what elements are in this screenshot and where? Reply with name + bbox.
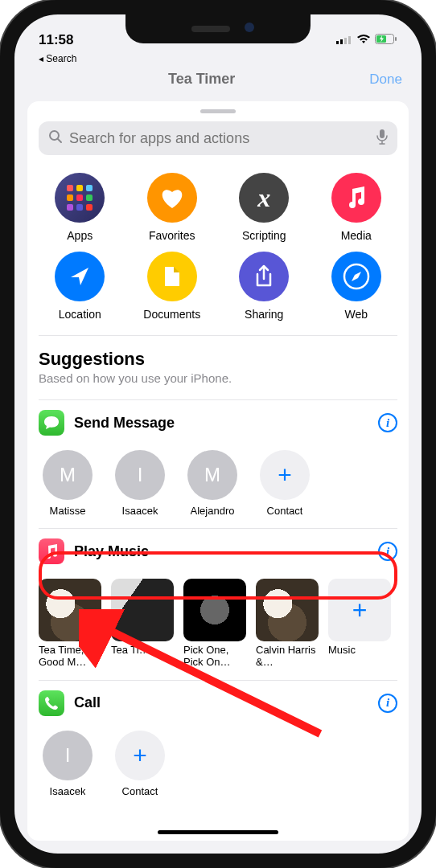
info-icon[interactable]: i	[378, 413, 397, 432]
music-items: Tea Time, Good M… Tea Ti… Pick One, Pick…	[27, 574, 409, 680]
contact-isaacek[interactable]: IIsaacek	[111, 450, 169, 517]
action-call[interactable]: Call i	[27, 681, 409, 726]
album-art	[256, 579, 319, 641]
category-grid: Apps Favorites x Scripting Media Locatio…	[27, 166, 409, 335]
call-contacts: IIsaacek +Contact	[27, 726, 409, 800]
album-2[interactable]: Tea Ti…	[111, 579, 174, 669]
add-music-button[interactable]: +Music	[328, 579, 391, 669]
message-contacts: MMatisse IIsaacek MAlejandro +Contact	[27, 445, 409, 528]
category-media[interactable]: Media	[311, 173, 403, 242]
svg-rect-6	[395, 37, 397, 41]
home-indicator[interactable]	[158, 830, 278, 834]
category-scripting[interactable]: x Scripting	[218, 173, 311, 242]
category-location[interactable]: Location	[34, 252, 126, 321]
plus-icon: +	[115, 731, 165, 780]
svg-rect-9	[380, 129, 385, 138]
add-contact-button[interactable]: +Contact	[256, 450, 314, 517]
category-apps[interactable]: Apps	[34, 173, 126, 242]
search-input[interactable]	[69, 130, 376, 147]
action-play-music[interactable]: Play Music i	[27, 529, 409, 574]
phone-icon	[39, 690, 64, 716]
compass-icon	[331, 252, 381, 301]
phone-frame: 11:58 ◂ Search Tea Timer Done Apps	[0, 0, 436, 868]
svg-rect-2	[344, 38, 347, 44]
status-time: 11:58	[39, 32, 73, 48]
contact-isaacek-call[interactable]: IIsaacek	[39, 731, 97, 797]
action-sheet: Apps Favorites x Scripting Media Locatio…	[27, 101, 409, 841]
action-send-message[interactable]: Send Message i	[27, 400, 409, 445]
script-icon: x	[239, 173, 289, 223]
album-art	[111, 579, 174, 641]
album-4[interactable]: Calvin Harris &…	[256, 579, 319, 669]
svg-line-8	[58, 139, 61, 142]
screen: 11:58 ◂ Search Tea Timer Done Apps	[14, 14, 422, 854]
search-icon	[48, 129, 63, 148]
search-field[interactable]	[39, 121, 397, 155]
album-art	[183, 579, 246, 641]
battery-icon	[375, 32, 397, 48]
notch	[125, 14, 311, 43]
messages-icon	[39, 410, 64, 436]
info-icon[interactable]: i	[378, 694, 397, 713]
album-3[interactable]: Pick One, Pick On…	[183, 579, 246, 669]
category-web[interactable]: Web	[311, 252, 403, 321]
plus-icon: +	[260, 450, 310, 500]
category-sharing[interactable]: Sharing	[218, 252, 311, 321]
page-title: Tea Timer	[168, 71, 235, 88]
add-call-contact-button[interactable]: +Contact	[111, 731, 169, 797]
album-art	[39, 579, 101, 641]
location-icon	[55, 252, 105, 301]
heart-icon	[147, 173, 197, 223]
document-icon	[147, 252, 197, 301]
music-note-icon	[331, 173, 381, 223]
underlying-nav: Tea Timer Done	[14, 64, 422, 94]
svg-rect-0	[336, 41, 339, 44]
apps-icon	[55, 173, 105, 223]
sheet-grabber[interactable]	[200, 109, 236, 113]
wifi-icon	[356, 32, 371, 48]
category-documents[interactable]: Documents	[126, 252, 219, 321]
info-icon[interactable]: i	[378, 542, 397, 561]
contact-alejandro[interactable]: MAlejandro	[183, 450, 241, 517]
svg-rect-3	[348, 36, 351, 44]
category-favorites[interactable]: Favorites	[126, 173, 219, 242]
apple-music-icon	[39, 538, 64, 564]
contact-matisse[interactable]: MMatisse	[39, 450, 97, 517]
signal-icon	[336, 32, 352, 48]
share-icon	[239, 252, 289, 301]
done-button[interactable]: Done	[369, 72, 402, 88]
suggestions-header: Suggestions Based on how you use your iP…	[27, 336, 409, 390]
mic-icon[interactable]	[376, 129, 388, 149]
album-1[interactable]: Tea Time, Good M…	[39, 579, 101, 669]
svg-rect-1	[340, 39, 343, 44]
plus-icon: +	[328, 579, 391, 641]
back-link[interactable]: ◂ Search	[14, 53, 422, 64]
